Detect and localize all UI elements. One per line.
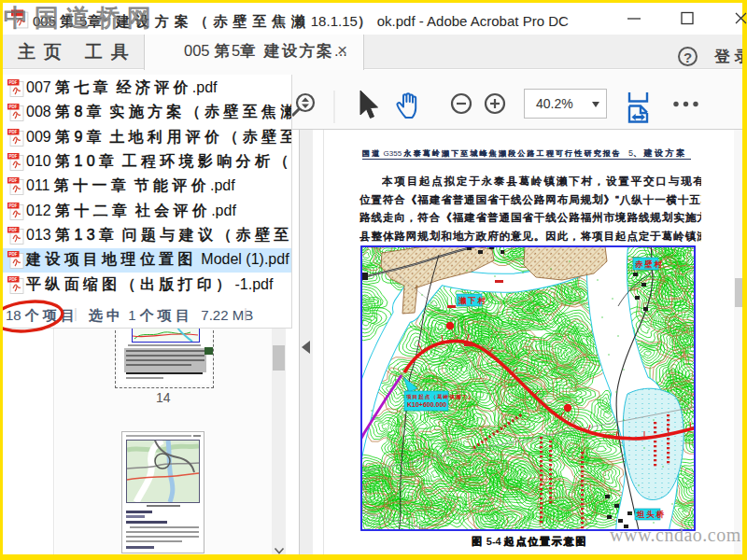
svg-text:PDF: PDF xyxy=(9,178,18,183)
svg-text:PDF: PDF xyxy=(9,105,18,109)
svg-text:K10+600.000: K10+600.000 xyxy=(407,401,446,408)
svg-text:PDF: PDF xyxy=(9,203,18,208)
svg-text:PDF: PDF xyxy=(9,154,18,159)
svg-text:赤壁村: 赤壁村 xyxy=(634,259,664,269)
svg-text:PDF: PDF xyxy=(9,130,18,134)
svg-text:PDF: PDF xyxy=(9,252,18,257)
svg-text:PDF: PDF xyxy=(9,80,18,85)
svg-text:PDF: PDF xyxy=(9,228,18,232)
svg-text:PDF: PDF xyxy=(9,277,18,282)
svg-text:项目起点（葛岭镇濑下）: 项目起点（葛岭镇濑下） xyxy=(405,394,474,400)
svg-text:坦头桥: 坦头桥 xyxy=(636,510,666,519)
svg-text:濑下村: 濑下村 xyxy=(458,296,487,305)
